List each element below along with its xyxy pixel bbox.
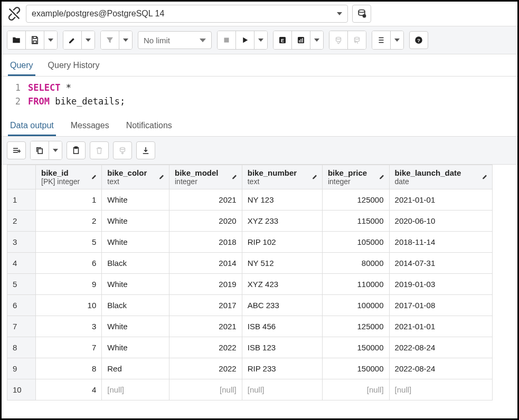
cell[interactable]: 2018 — [169, 232, 242, 253]
cell[interactable]: 2021 — [169, 316, 242, 337]
cell[interactable]: [null] — [169, 379, 242, 400]
table-row[interactable]: 104[null][null][null][null][null] — [7, 379, 493, 400]
results-grid[interactable]: bike_id[PK] integerbike_colortextbike_mo… — [7, 165, 493, 400]
table-row[interactable]: 59White2019XYZ 4231100002019-01-03 — [7, 274, 493, 295]
open-button[interactable] — [7, 31, 26, 49]
cell[interactable]: [null] — [389, 379, 492, 400]
pencil-icon[interactable] — [91, 173, 98, 182]
row-number[interactable]: 4 — [7, 253, 36, 274]
table-row[interactable]: 87White2022ISB 1231500002022-08-24 — [7, 337, 493, 358]
cell[interactable]: 4 — [36, 379, 102, 400]
row-number[interactable]: 8 — [7, 337, 36, 358]
cell[interactable]: 105000 — [322, 232, 389, 253]
pencil-icon[interactable] — [158, 173, 166, 182]
output-tab-notifications[interactable]: Notifications — [124, 117, 174, 136]
explain-button[interactable]: E — [273, 31, 292, 49]
cell[interactable]: RIP 102 — [242, 232, 322, 253]
row-number[interactable]: 1 — [7, 189, 36, 211]
explain-dropdown[interactable] — [310, 31, 323, 49]
cell[interactable]: 2022 — [169, 337, 242, 358]
cell[interactable]: NY 123 — [242, 189, 322, 211]
cell[interactable]: ABC 233 — [242, 295, 322, 316]
cell[interactable]: XYZ 233 — [242, 211, 322, 232]
row-number[interactable]: 7 — [7, 316, 36, 337]
column-header-bike_number[interactable]: bike_numbertext — [242, 165, 322, 189]
cell[interactable]: 125000 — [322, 189, 389, 211]
cell[interactable]: White — [102, 189, 169, 211]
cell[interactable]: 1 — [36, 189, 102, 211]
pencil-icon[interactable] — [231, 173, 239, 182]
cell[interactable]: 150000 — [322, 358, 389, 379]
row-number[interactable]: 2 — [7, 211, 36, 232]
edit-button[interactable] — [63, 31, 82, 49]
cell[interactable]: White — [102, 337, 169, 358]
filter-dropdown[interactable] — [119, 31, 132, 49]
column-header-bike_price[interactable]: bike_priceinteger — [322, 165, 389, 189]
cell[interactable]: 7 — [36, 337, 102, 358]
db-settings-button[interactable] — [352, 5, 371, 23]
cell[interactable]: 10 — [36, 295, 102, 316]
save-button[interactable] — [26, 31, 44, 49]
pencil-icon[interactable] — [312, 173, 319, 182]
table-row[interactable]: 73White2021ISB 4561250002021-01-01 — [7, 316, 493, 337]
cell[interactable]: 5 — [36, 232, 102, 253]
cell[interactable]: 2018-11-14 — [389, 232, 492, 253]
code-line[interactable]: SELECT * — [28, 81, 71, 94]
cell[interactable]: 2 — [36, 211, 102, 232]
row-number[interactable]: 5 — [7, 274, 36, 295]
connection-select[interactable]: example/postgres@PostgreSQL 14 — [26, 5, 348, 23]
cell[interactable]: 2020 — [169, 211, 242, 232]
column-header-bike_id[interactable]: bike_id[PK] integer — [36, 165, 102, 189]
copy-button[interactable] — [31, 141, 49, 159]
sql-editor[interactable]: 1SELECT *2FROM bike_details; — [2, 77, 517, 114]
column-header-bike_launch_date[interactable]: bike_launch_datedate — [389, 165, 492, 189]
table-row[interactable]: 610Black2017ABC 2331000002017-01-08 — [7, 295, 493, 316]
row-number[interactable]: 3 — [7, 232, 36, 253]
cell[interactable]: 110000 — [322, 274, 389, 295]
cell[interactable]: 9 — [36, 274, 102, 295]
cell[interactable]: XYZ 423 — [242, 274, 322, 295]
row-number[interactable]: 9 — [7, 358, 36, 379]
pencil-icon[interactable] — [379, 173, 386, 182]
run-dropdown[interactable] — [254, 31, 267, 49]
cell[interactable]: White — [102, 274, 169, 295]
corner-cell[interactable] — [7, 165, 36, 189]
cell[interactable]: 2014 — [169, 253, 242, 274]
download-button[interactable] — [136, 141, 155, 159]
cell[interactable]: 3 — [36, 316, 102, 337]
output-tab-data-output[interactable]: Data output — [8, 117, 56, 136]
cell[interactable]: 2017-01-08 — [389, 295, 492, 316]
output-tab-messages[interactable]: Messages — [69, 117, 111, 136]
cell[interactable]: RIP 233 — [242, 358, 322, 379]
row-number[interactable]: 10 — [7, 379, 36, 400]
cell[interactable]: 80000 — [322, 253, 389, 274]
run-button[interactable] — [236, 31, 254, 49]
column-header-bike_color[interactable]: bike_colortext — [102, 165, 169, 189]
cell[interactable]: 2022-08-24 — [389, 337, 492, 358]
cell[interactable]: [null] — [242, 379, 322, 400]
cell[interactable]: 8 — [36, 358, 102, 379]
cell[interactable]: 2021 — [169, 189, 242, 211]
code-line[interactable]: FROM bike_details; — [28, 94, 125, 108]
cell[interactable]: 2022 — [169, 358, 242, 379]
macros-button[interactable] — [372, 31, 391, 49]
cell[interactable]: [null] — [322, 379, 389, 400]
help-button[interactable]: ? — [409, 31, 428, 49]
cell[interactable]: Black — [102, 253, 169, 274]
paste-button[interactable] — [67, 141, 86, 159]
editor-tab-query-history[interactable]: Query History — [46, 56, 102, 76]
cell[interactable]: 115000 — [322, 211, 389, 232]
cell[interactable]: 2014-07-31 — [389, 253, 492, 274]
cell[interactable]: 2019-01-03 — [389, 274, 492, 295]
analyze-button[interactable] — [292, 31, 310, 49]
editor-tab-query[interactable]: Query — [8, 56, 35, 76]
cell[interactable]: NY 512 — [242, 253, 322, 274]
table-row[interactable]: 35White2018RIP 1021050002018-11-14 — [7, 232, 493, 253]
column-header-bike_model[interactable]: bike_modelinteger — [169, 165, 242, 189]
cell[interactable]: Red — [102, 358, 169, 379]
pencil-icon[interactable] — [482, 173, 489, 182]
delete-button[interactable] — [90, 141, 109, 159]
filter-button[interactable] — [101, 31, 119, 49]
rollback-button[interactable] — [348, 31, 366, 49]
cell[interactable]: Black — [102, 295, 169, 316]
